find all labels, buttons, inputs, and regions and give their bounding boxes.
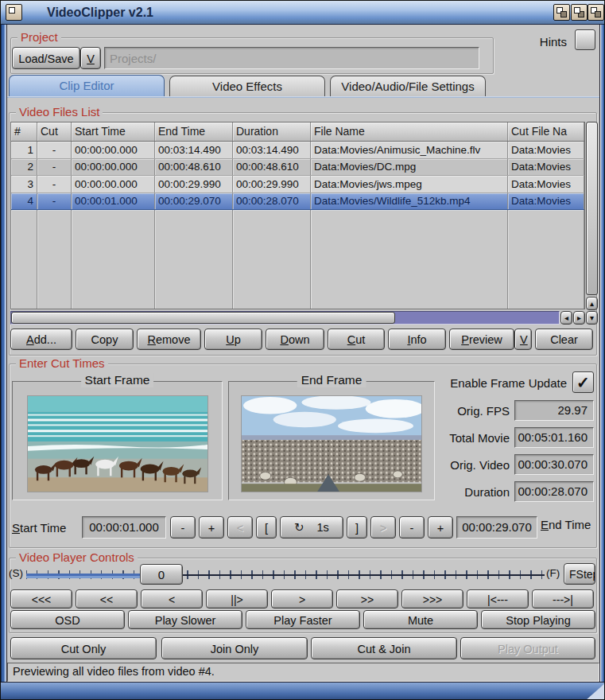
window-iconify-icon[interactable] bbox=[553, 4, 570, 21]
table-filler bbox=[11, 210, 584, 309]
tab-video-audio-file-settings[interactable]: Video/Audio/File Settings bbox=[330, 76, 486, 97]
list-scroll-down-icon[interactable]: ▾ bbox=[586, 311, 598, 325]
rewind-fast-button[interactable]: <<< bbox=[10, 589, 72, 609]
total-movie-label: Total Movie bbox=[398, 431, 510, 445]
start-time-label: Start Time bbox=[12, 521, 66, 535]
add-button[interactable]: Add... bbox=[10, 329, 72, 350]
info-button[interactable]: Info bbox=[388, 329, 446, 350]
window-border-bottom bbox=[1, 682, 605, 700]
orig-video-value: 00:00:30.070 bbox=[514, 454, 594, 475]
end-frame-image bbox=[241, 395, 422, 492]
status-bar: Previewing all video files from video #4… bbox=[7, 663, 599, 682]
start-frame-image bbox=[27, 395, 208, 492]
col-end: End Time bbox=[155, 122, 233, 141]
enable-frame-update-label: Enable Frame Update bbox=[430, 376, 567, 390]
load-save-button[interactable]: Load/Save bbox=[12, 47, 80, 69]
start-plus-button[interactable]: + bbox=[199, 516, 224, 539]
mark-in-button[interactable]: [ bbox=[256, 516, 277, 539]
video-files-table: # Cut Start Time End Time Duration File … bbox=[10, 122, 585, 309]
project-group-label: Project bbox=[17, 30, 61, 44]
window-depth-icon[interactable] bbox=[588, 4, 604, 21]
end-time-label: End Time bbox=[541, 518, 591, 531]
enable-frame-update-checkbox[interactable]: ✓ bbox=[572, 371, 594, 393]
play-output-button[interactable]: Play Output bbox=[460, 637, 595, 659]
jump-start-button[interactable]: |<--- bbox=[467, 589, 529, 609]
cut-button[interactable]: Cut bbox=[328, 329, 385, 350]
down-button[interactable]: Down bbox=[266, 329, 324, 350]
table-row-selected[interactable]: 4 - 00:00:01.000 00:00:29.070 00:00:28.0… bbox=[11, 193, 584, 211]
play-pause-button[interactable]: ||> bbox=[206, 589, 268, 609]
end-next-frame-button[interactable]: > bbox=[370, 516, 396, 539]
titlebar[interactable]: VideoClipper v2.1 bbox=[1, 1, 605, 25]
copy-button[interactable]: Copy bbox=[76, 329, 134, 350]
orig-fps-value: 29.97 bbox=[514, 400, 594, 421]
mark-out-button[interactable]: ] bbox=[347, 516, 367, 539]
start-prev-frame-button[interactable]: < bbox=[227, 516, 253, 539]
list-scroll-left-icon[interactable]: ◂ bbox=[560, 311, 572, 325]
play-faster-button[interactable]: Play Faster bbox=[246, 610, 360, 629]
remove-button[interactable]: Remove bbox=[137, 329, 201, 350]
slider-start-label: (S) bbox=[9, 567, 23, 579]
end-plus-button[interactable]: + bbox=[428, 516, 453, 539]
slider-knob[interactable]: 0 bbox=[140, 564, 183, 585]
forward-fast-button[interactable]: >>> bbox=[401, 589, 463, 609]
start-time-value[interactable]: 00:00:01.000 bbox=[82, 516, 166, 539]
end-time-value[interactable]: 00:00:29.070 bbox=[456, 516, 537, 539]
window-close-icon[interactable] bbox=[6, 4, 22, 21]
list-hscroll-track[interactable] bbox=[10, 311, 560, 325]
video-player-controls-label: Video Player Controls bbox=[16, 550, 138, 564]
start-minus-button[interactable]: - bbox=[170, 516, 196, 539]
table-row[interactable]: 2 - 00:00:00.000 00:00:48.610 00:00:48.6… bbox=[11, 159, 584, 177]
orig-fps-label: Orig. FPS bbox=[398, 404, 510, 418]
clear-button[interactable]: Clear bbox=[535, 329, 593, 350]
cut-only-button[interactable]: Cut Only bbox=[10, 637, 157, 659]
col-file: File Name bbox=[311, 122, 508, 141]
fstep-button[interactable]: FStep bbox=[564, 563, 595, 585]
play-slower-button[interactable]: Play Slower bbox=[128, 610, 242, 629]
stop-playing-button[interactable]: Stop Playing bbox=[481, 610, 595, 629]
window-border-right bbox=[599, 25, 605, 682]
cut-and-join-button[interactable]: Cut & Join bbox=[311, 637, 457, 659]
end-frame-label: End Frame bbox=[297, 373, 366, 387]
window-zoom-icon[interactable] bbox=[571, 4, 588, 21]
forward-button[interactable]: >> bbox=[336, 589, 398, 609]
loop-icon: ↻ bbox=[294, 517, 304, 538]
step-back-button[interactable]: < bbox=[141, 589, 203, 609]
tab-clip-editor[interactable]: Clip Editor bbox=[9, 75, 165, 98]
end-minus-button[interactable]: - bbox=[399, 516, 425, 539]
col-duration: Duration bbox=[233, 122, 311, 141]
video-files-list-label: Video Files List bbox=[16, 105, 103, 119]
enter-cut-times-label: Enter Cut Times bbox=[16, 356, 108, 370]
load-save-popup-button[interactable]: V bbox=[80, 47, 101, 69]
duration-label: Duration bbox=[398, 485, 510, 499]
preview-popup-button[interactable]: V bbox=[514, 329, 532, 350]
list-hscroll-thumb[interactable] bbox=[11, 312, 395, 324]
table-row[interactable]: 3 - 00:00:00.000 00:00:29.990 00:00:29.9… bbox=[11, 176, 584, 193]
mute-button[interactable]: Mute bbox=[363, 610, 478, 629]
table-row[interactable]: 1 - 00:00:00.000 00:03:14.490 00:03:14.4… bbox=[11, 142, 584, 159]
up-button[interactable]: Up bbox=[204, 329, 262, 350]
tab-video-effects[interactable]: Video Effects bbox=[169, 76, 325, 97]
list-vscroll-thumb[interactable] bbox=[586, 122, 598, 295]
rewind-button[interactable]: << bbox=[76, 589, 138, 609]
loop-1s-button[interactable]: ↻ 1s bbox=[280, 516, 343, 539]
step-forward-button[interactable]: > bbox=[271, 589, 333, 609]
slider-track-elapsed bbox=[26, 574, 142, 576]
preview-button[interactable]: Preview bbox=[449, 329, 514, 350]
start-frame-label: Start Frame bbox=[81, 373, 154, 387]
orig-video-label: Orig. Video bbox=[398, 458, 510, 472]
jump-end-button[interactable]: --->| bbox=[532, 589, 594, 609]
seek-slider[interactable]: 0 bbox=[26, 563, 545, 585]
total-movie-value: 00:05:01.160 bbox=[514, 427, 594, 448]
hints-checkbox[interactable] bbox=[575, 29, 595, 50]
list-scroll-up-icon[interactable]: ▴ bbox=[586, 297, 598, 310]
list-scroll-right-icon[interactable]: ▸ bbox=[573, 311, 585, 325]
join-only-button[interactable]: Join Only bbox=[161, 637, 308, 659]
osd-button[interactable]: OSD bbox=[10, 610, 125, 629]
hints-label: Hints bbox=[510, 35, 567, 49]
start-frame-panel: Start Frame bbox=[12, 381, 223, 500]
slider-end-label: (F) bbox=[546, 567, 560, 579]
tab-panel-edge bbox=[7, 96, 599, 98]
col-cut: Cut bbox=[37, 122, 72, 141]
project-path-input[interactable] bbox=[104, 47, 479, 69]
